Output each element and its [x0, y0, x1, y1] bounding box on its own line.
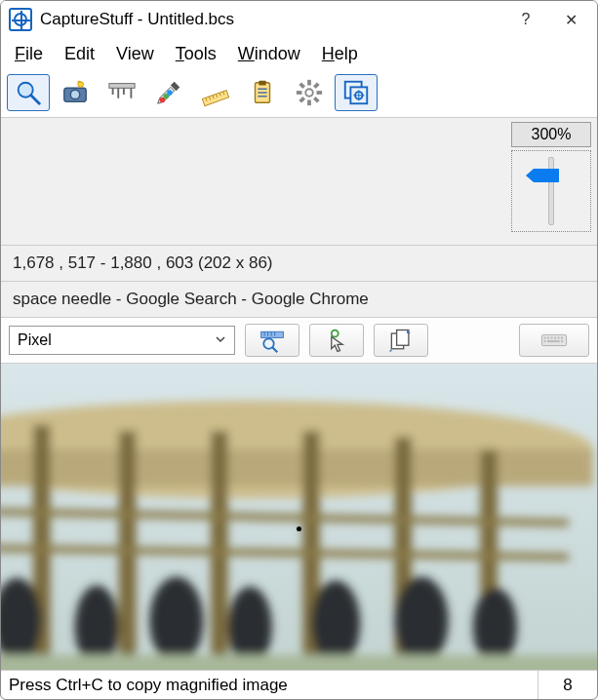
magnified-view[interactable] — [1, 364, 597, 670]
svg-rect-45 — [397, 331, 409, 346]
svg-rect-51 — [558, 337, 560, 339]
svg-point-73 — [394, 577, 448, 665]
svg-rect-5 — [109, 84, 135, 89]
menu-tools[interactable]: Tools — [176, 44, 217, 64]
menu-file[interactable]: File — [15, 44, 43, 64]
svg-rect-23 — [307, 100, 311, 106]
target-window-title: space needle - Google Search - Google Ch… — [1, 281, 597, 317]
clipboard-tool[interactable] — [241, 74, 284, 111]
info-panel: 300% 1,678 , 517 - 1,880 , 603 (202 x 86… — [1, 118, 597, 318]
ruler-magnifier-icon — [259, 327, 286, 354]
svg-rect-58 — [1, 449, 593, 486]
coordinates-readout: 1,678 , 517 - 1,880 , 603 (202 x 86) — [1, 245, 597, 281]
eyedropper-icon — [154, 78, 183, 107]
zoom-track — [548, 157, 554, 225]
copy-button[interactable] — [374, 324, 428, 357]
menu-help[interactable]: Help — [322, 44, 358, 64]
svg-rect-28 — [299, 82, 305, 89]
settings-tool[interactable] — [288, 74, 331, 111]
cursor-icon — [323, 327, 350, 354]
svg-rect-53 — [544, 340, 546, 342]
svg-rect-75 — [1, 655, 597, 670]
unit-select[interactable]: Pixel — [9, 326, 235, 355]
help-button[interactable]: ? — [503, 5, 548, 34]
menu-edit[interactable]: Edit — [64, 44, 95, 64]
magnifier-tool[interactable] — [7, 74, 50, 111]
control-row: Pixel — [1, 318, 597, 364]
svg-point-74 — [473, 588, 517, 666]
svg-rect-27 — [299, 97, 305, 103]
ruler-tool[interactable] — [194, 74, 237, 111]
svg-rect-50 — [554, 337, 556, 339]
svg-rect-55 — [561, 340, 563, 342]
menu-bar: File Edit View Tools Window Help — [1, 38, 597, 72]
svg-point-76 — [297, 526, 301, 531]
title-bar: CaptureStuff - Untitled.bcs ? ✕ — [1, 1, 597, 38]
svg-rect-24 — [297, 91, 302, 95]
keyboard-button[interactable] — [519, 324, 589, 357]
overlay-tool[interactable] — [335, 74, 378, 111]
menu-window[interactable]: Window — [238, 44, 300, 64]
svg-point-30 — [306, 90, 312, 96]
svg-line-42 — [272, 347, 277, 352]
zoom-label: 300% — [511, 122, 591, 147]
window-title: CaptureStuff - Untitled.bcs — [40, 10, 503, 29]
status-value: 8 — [538, 676, 597, 695]
camera-tool[interactable] — [54, 74, 97, 111]
keyboard-icon — [540, 327, 568, 354]
zoom-thumb[interactable] — [534, 169, 559, 182]
clipboard-icon — [248, 78, 277, 107]
overlay-icon — [341, 78, 371, 107]
svg-rect-29 — [313, 97, 320, 103]
magnified-image — [1, 364, 597, 670]
svg-point-43 — [332, 331, 339, 337]
svg-line-1 — [31, 96, 39, 103]
svg-point-72 — [311, 580, 360, 666]
camera-icon — [60, 78, 90, 107]
svg-rect-17 — [259, 81, 266, 86]
svg-rect-52 — [561, 337, 563, 339]
ruler-icon — [201, 78, 230, 107]
svg-point-70 — [149, 577, 203, 665]
caliper-icon — [107, 78, 137, 107]
copy-icon — [387, 327, 415, 354]
menu-view[interactable]: View — [116, 44, 154, 64]
caliper-tool[interactable] — [100, 74, 143, 111]
svg-point-8 — [167, 90, 173, 96]
magnifier-icon — [14, 78, 43, 107]
svg-rect-49 — [551, 337, 553, 339]
svg-rect-47 — [544, 337, 546, 339]
svg-rect-48 — [547, 337, 549, 339]
svg-rect-26 — [313, 82, 320, 89]
color-picker-tool[interactable] — [147, 74, 190, 111]
status-text: Press Ctrl+C to copy magnified image — [1, 671, 538, 699]
app-icon — [9, 8, 32, 31]
gear-icon — [295, 78, 324, 107]
chevron-down-icon — [215, 331, 226, 349]
measure-button[interactable] — [245, 324, 299, 357]
zoom-control: 300% — [511, 122, 591, 232]
unit-select-value: Pixel — [18, 331, 52, 349]
main-toolbar — [1, 72, 597, 118]
close-button[interactable]: ✕ — [548, 5, 593, 34]
zoom-slider[interactable] — [511, 150, 591, 232]
pointer-button[interactable] — [309, 324, 364, 357]
svg-rect-54 — [547, 340, 560, 342]
status-bar: Press Ctrl+C to copy magnified image 8 — [1, 670, 597, 699]
svg-point-3 — [70, 90, 79, 98]
svg-rect-25 — [317, 91, 323, 95]
svg-rect-22 — [307, 80, 311, 86]
